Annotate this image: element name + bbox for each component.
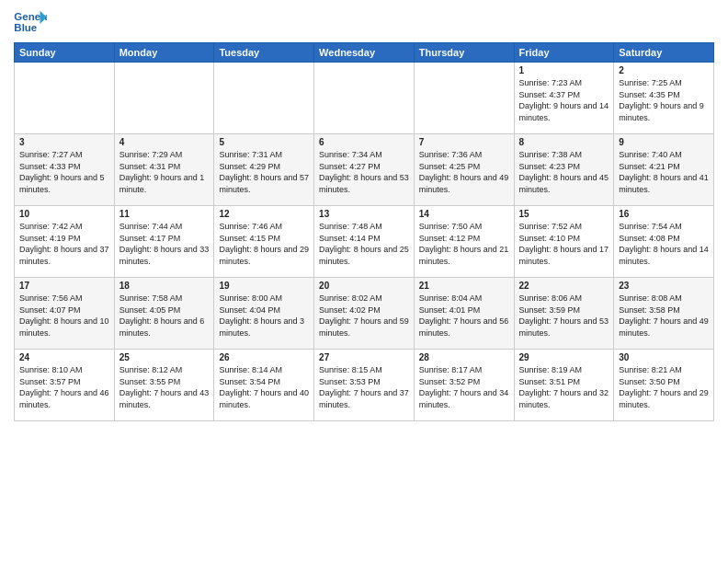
day-cell: 24Sunrise: 8:10 AM Sunset: 3:57 PM Dayli… — [15, 350, 115, 421]
day-info: Sunrise: 8:17 AM Sunset: 3:52 PM Dayligh… — [419, 365, 509, 409]
day-number: 8 — [519, 137, 609, 147]
svg-text:Blue: Blue — [14, 22, 37, 33]
day-cell — [114, 63, 214, 134]
day-cell: 6Sunrise: 7:34 AM Sunset: 4:27 PM Daylig… — [314, 134, 415, 206]
day-cell: 3Sunrise: 7:27 AM Sunset: 4:33 PM Daylig… — [15, 134, 115, 206]
day-info: Sunrise: 7:42 AM Sunset: 4:19 PM Dayligh… — [19, 222, 109, 266]
day-number: 30 — [619, 352, 709, 362]
header-cell-tuesday: Tuesday — [214, 43, 314, 63]
day-info: Sunrise: 8:12 AM Sunset: 3:55 PM Dayligh… — [119, 365, 210, 409]
header-cell-monday: Monday — [114, 43, 214, 63]
header-cell-saturday: Saturday — [614, 43, 714, 63]
day-number: 18 — [119, 281, 210, 291]
week-row-3: 17Sunrise: 7:56 AM Sunset: 4:07 PM Dayli… — [15, 278, 714, 350]
day-cell: 4Sunrise: 7:29 AM Sunset: 4:31 PM Daylig… — [114, 134, 214, 206]
day-number: 1 — [519, 65, 609, 75]
day-cell: 8Sunrise: 7:38 AM Sunset: 4:23 PM Daylig… — [514, 134, 614, 206]
day-info: Sunrise: 8:08 AM Sunset: 3:58 PM Dayligh… — [619, 293, 709, 338]
day-number: 25 — [119, 352, 210, 362]
day-cell: 16Sunrise: 7:54 AM Sunset: 4:08 PM Dayli… — [614, 206, 714, 278]
day-cell: 25Sunrise: 8:12 AM Sunset: 3:55 PM Dayli… — [114, 350, 214, 421]
day-cell: 22Sunrise: 8:06 AM Sunset: 3:59 PM Dayli… — [514, 278, 614, 350]
day-number: 20 — [319, 281, 409, 291]
day-cell: 23Sunrise: 8:08 AM Sunset: 3:58 PM Dayli… — [614, 278, 714, 350]
day-cell: 27Sunrise: 8:15 AM Sunset: 3:53 PM Dayli… — [314, 350, 415, 421]
logo-icon: General Blue — [14, 9, 47, 37]
day-number: 17 — [19, 281, 109, 291]
day-number: 26 — [219, 352, 309, 362]
day-number: 4 — [119, 137, 210, 147]
day-number: 11 — [119, 209, 210, 219]
day-info: Sunrise: 8:19 AM Sunset: 3:51 PM Dayligh… — [519, 365, 609, 409]
week-row-0: 1Sunrise: 7:23 AM Sunset: 4:37 PM Daylig… — [15, 63, 714, 134]
header-cell-friday: Friday — [514, 43, 614, 63]
day-cell: 13Sunrise: 7:48 AM Sunset: 4:14 PM Dayli… — [314, 206, 415, 278]
day-cell: 5Sunrise: 7:31 AM Sunset: 4:29 PM Daylig… — [214, 134, 314, 206]
day-info: Sunrise: 8:14 AM Sunset: 3:54 PM Dayligh… — [219, 365, 309, 409]
day-cell: 26Sunrise: 8:14 AM Sunset: 3:54 PM Dayli… — [214, 350, 314, 421]
day-number: 22 — [519, 281, 609, 291]
day-number: 28 — [419, 352, 509, 362]
day-info: Sunrise: 7:23 AM Sunset: 4:37 PM Dayligh… — [519, 78, 609, 122]
page: General Blue SundayMondayTuesdayWednesda… — [0, 0, 728, 563]
week-row-2: 10Sunrise: 7:42 AM Sunset: 4:19 PM Dayli… — [15, 206, 714, 278]
day-number: 14 — [419, 209, 509, 219]
day-cell: 28Sunrise: 8:17 AM Sunset: 3:52 PM Dayli… — [414, 350, 514, 421]
day-info: Sunrise: 7:44 AM Sunset: 4:17 PM Dayligh… — [119, 222, 210, 266]
day-info: Sunrise: 8:10 AM Sunset: 3:57 PM Dayligh… — [19, 365, 109, 409]
day-info: Sunrise: 8:21 AM Sunset: 3:50 PM Dayligh… — [619, 365, 709, 409]
day-cell: 19Sunrise: 8:00 AM Sunset: 4:04 PM Dayli… — [214, 278, 314, 350]
day-cell: 10Sunrise: 7:42 AM Sunset: 4:19 PM Dayli… — [15, 206, 115, 278]
day-number: 7 — [419, 137, 509, 147]
day-number: 21 — [419, 281, 509, 291]
day-info: Sunrise: 7:54 AM Sunset: 4:08 PM Dayligh… — [619, 222, 709, 266]
day-info: Sunrise: 8:02 AM Sunset: 4:02 PM Dayligh… — [319, 293, 409, 338]
day-info: Sunrise: 7:50 AM Sunset: 4:12 PM Dayligh… — [419, 222, 509, 266]
day-cell: 30Sunrise: 8:21 AM Sunset: 3:50 PM Dayli… — [614, 350, 714, 421]
day-info: Sunrise: 7:40 AM Sunset: 4:21 PM Dayligh… — [619, 150, 709, 194]
day-number: 29 — [519, 352, 609, 362]
day-number: 12 — [219, 209, 309, 219]
day-cell — [15, 63, 115, 134]
week-row-1: 3Sunrise: 7:27 AM Sunset: 4:33 PM Daylig… — [15, 134, 714, 206]
header-row: SundayMondayTuesdayWednesdayThursdayFrid… — [15, 43, 714, 63]
day-cell: 15Sunrise: 7:52 AM Sunset: 4:10 PM Dayli… — [514, 206, 614, 278]
header-cell-wednesday: Wednesday — [314, 43, 415, 63]
day-cell: 29Sunrise: 8:19 AM Sunset: 3:51 PM Dayli… — [514, 350, 614, 421]
day-number: 16 — [619, 209, 709, 219]
day-number: 23 — [619, 281, 709, 291]
calendar-table: SundayMondayTuesdayWednesdayThursdayFrid… — [14, 42, 714, 421]
day-number: 24 — [19, 352, 109, 362]
day-info: Sunrise: 7:52 AM Sunset: 4:10 PM Dayligh… — [519, 222, 609, 266]
day-number: 10 — [19, 209, 109, 219]
day-cell — [414, 63, 514, 134]
day-cell — [314, 63, 415, 134]
day-info: Sunrise: 8:15 AM Sunset: 3:53 PM Dayligh… — [319, 365, 409, 409]
day-info: Sunrise: 7:58 AM Sunset: 4:05 PM Dayligh… — [119, 293, 205, 338]
day-cell: 20Sunrise: 8:02 AM Sunset: 4:02 PM Dayli… — [314, 278, 415, 350]
day-info: Sunrise: 7:56 AM Sunset: 4:07 PM Dayligh… — [19, 293, 109, 338]
day-cell: 1Sunrise: 7:23 AM Sunset: 4:37 PM Daylig… — [514, 63, 614, 134]
day-number: 9 — [619, 137, 709, 147]
day-info: Sunrise: 7:31 AM Sunset: 4:29 PM Dayligh… — [219, 150, 309, 194]
day-cell: 18Sunrise: 7:58 AM Sunset: 4:05 PM Dayli… — [114, 278, 214, 350]
day-number: 6 — [319, 137, 409, 147]
day-cell: 14Sunrise: 7:50 AM Sunset: 4:12 PM Dayli… — [414, 206, 514, 278]
day-info: Sunrise: 7:34 AM Sunset: 4:27 PM Dayligh… — [319, 150, 409, 194]
day-cell: 11Sunrise: 7:44 AM Sunset: 4:17 PM Dayli… — [114, 206, 214, 278]
day-info: Sunrise: 8:04 AM Sunset: 4:01 PM Dayligh… — [419, 293, 509, 338]
day-cell: 2Sunrise: 7:25 AM Sunset: 4:35 PM Daylig… — [614, 63, 714, 134]
day-info: Sunrise: 7:25 AM Sunset: 4:35 PM Dayligh… — [619, 78, 704, 122]
day-number: 2 — [619, 65, 709, 75]
day-info: Sunrise: 8:00 AM Sunset: 4:04 PM Dayligh… — [219, 293, 304, 338]
day-number: 15 — [519, 209, 609, 219]
day-number: 19 — [219, 281, 309, 291]
header-cell-thursday: Thursday — [414, 43, 514, 63]
header: General Blue — [14, 9, 714, 37]
day-cell: 7Sunrise: 7:36 AM Sunset: 4:25 PM Daylig… — [414, 134, 514, 206]
day-info: Sunrise: 7:38 AM Sunset: 4:23 PM Dayligh… — [519, 150, 609, 194]
day-info: Sunrise: 7:46 AM Sunset: 4:15 PM Dayligh… — [219, 222, 309, 266]
header-cell-sunday: Sunday — [15, 43, 115, 63]
day-cell: 17Sunrise: 7:56 AM Sunset: 4:07 PM Dayli… — [15, 278, 115, 350]
day-cell: 9Sunrise: 7:40 AM Sunset: 4:21 PM Daylig… — [614, 134, 714, 206]
